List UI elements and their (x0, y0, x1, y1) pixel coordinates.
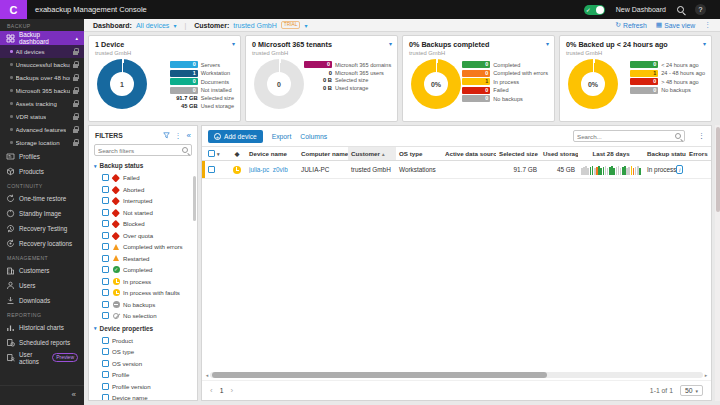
header-computer-name[interactable]: Computer name (298, 150, 348, 157)
sidebar-item-users[interactable]: Users (0, 278, 84, 293)
filter-item[interactable]: In process with faults (89, 287, 197, 299)
sidebar-subitem-backups-over-48-hours[interactable]: Backups over 48 hours (0, 71, 84, 84)
checkbox[interactable] (102, 255, 109, 262)
header-errors[interactable]: Errors (686, 150, 708, 157)
sidebar-item-products[interactable]: Products (0, 164, 84, 179)
device-name-link[interactable]: julia-pc_z0vib (246, 166, 298, 173)
filter-item[interactable]: OS type (89, 346, 197, 358)
filter-item[interactable]: Blocked (89, 218, 197, 230)
row-checkbox[interactable] (208, 166, 215, 173)
prev-page-icon[interactable]: ‹ (210, 386, 213, 395)
table-search[interactable] (573, 130, 685, 142)
filter-item[interactable]: In process (89, 276, 197, 288)
sidebar-subitem-storage-location[interactable]: Storage location (0, 136, 84, 149)
checkbox[interactable] (102, 232, 109, 239)
checkbox[interactable] (102, 243, 109, 250)
export-button[interactable]: Export (272, 133, 292, 140)
scroll-right-icon[interactable]: ▸ (703, 372, 709, 378)
sidebar-item-historical-charts[interactable]: Historical charts (0, 320, 84, 335)
filter-search-input[interactable] (98, 147, 182, 154)
sidebar-item-backup-dashboard[interactable]: Backup dashboard ▴ (0, 31, 84, 45)
header-last-28-days[interactable]: Last 28 days (578, 150, 644, 157)
checkbox[interactable] (102, 394, 109, 401)
checkbox[interactable] (102, 383, 109, 390)
filter-item[interactable]: OS version (89, 358, 197, 370)
kebab-menu-icon[interactable]: ⋮ (175, 132, 182, 140)
header-selected-size[interactable]: Selected size (496, 150, 540, 157)
customer-selector[interactable]: trusted GmbH (233, 22, 277, 29)
chevron-down-icon[interactable]: ▾ (304, 22, 307, 29)
checkbox[interactable] (102, 186, 109, 193)
chevron-down-icon[interactable]: ▾ (217, 151, 220, 157)
header-device-name[interactable]: Device name (246, 150, 298, 157)
filter-item[interactable]: No selection (89, 310, 197, 322)
filter-item[interactable]: Over quota (89, 230, 197, 242)
filter-item[interactable]: Product (89, 335, 197, 347)
table-row[interactable]: julia-pc_z0vib JULIA-PC trusted GmbH Wor… (202, 161, 711, 179)
filter-item[interactable]: Device name (89, 392, 197, 401)
checkbox[interactable] (102, 337, 109, 344)
filter-search[interactable] (94, 144, 192, 156)
checkbox[interactable] (102, 348, 109, 355)
sidebar-subitem-advanced-features[interactable]: Advanced features (0, 123, 84, 136)
checkbox[interactable] (102, 174, 109, 181)
scrollbar-thumb[interactable] (212, 372, 547, 378)
filters-scrollbar[interactable] (193, 176, 196, 221)
search-icon[interactable] (677, 6, 684, 13)
filter-item[interactable]: Interrupted (89, 195, 197, 207)
checkbox[interactable] (102, 289, 109, 296)
info-icon[interactable]: i (676, 165, 683, 174)
card-menu-icon[interactable]: ▾ (389, 40, 392, 47)
sidebar-item-profiles[interactable]: Profiles (0, 149, 84, 164)
card-menu-icon[interactable]: ▾ (546, 40, 549, 47)
sidebar-item-scheduled-reports[interactable]: Scheduled reports (0, 335, 84, 350)
kebab-menu-icon[interactable]: ⋮ (704, 21, 711, 29)
clear-filters-icon[interactable] (163, 132, 170, 139)
checkbox[interactable] (102, 266, 109, 273)
sidebar-subitem-unsuccessful-backups[interactable]: Unsuccessful backups (0, 58, 84, 71)
sidebar-collapse-button[interactable]: « (0, 385, 84, 405)
sidebar-item-standby-image[interactable]: Standby Image (0, 206, 84, 221)
header-customer[interactable]: Customer▴ (348, 147, 396, 160)
sidebar-subitem-assets-tracking[interactable]: Assets tracking (0, 97, 84, 110)
table-search-input[interactable] (577, 133, 675, 140)
header-active-data-sources[interactable]: Active data sources (442, 150, 496, 157)
save-view-button[interactable]: ▦ Save view (656, 21, 695, 29)
select-all-checkbox[interactable] (208, 150, 215, 157)
header-used-storage[interactable]: Used storage (540, 150, 578, 157)
app-logo[interactable]: C (0, 0, 27, 19)
checkbox[interactable] (102, 209, 109, 216)
kebab-menu-icon[interactable]: ⋮ (698, 132, 705, 140)
card-menu-icon[interactable]: ▾ (232, 40, 235, 47)
filter-group-device-properties[interactable]: ▾ Device properties (89, 322, 197, 335)
filter-item[interactable]: Aborted (89, 184, 197, 196)
sidebar-item-customers[interactable]: Customers (0, 263, 84, 278)
filter-group-backup-status[interactable]: ▾ Backup status (89, 159, 197, 172)
refresh-button[interactable]: ↻ Refresh (615, 21, 647, 29)
checkbox[interactable] (102, 301, 109, 308)
filter-item[interactable]: Not started (89, 207, 197, 219)
columns-button[interactable]: Columns (300, 133, 327, 140)
sidebar-item-user-actions[interactable]: User actions Preview (0, 350, 84, 365)
sidebar-item-one-time-restore[interactable]: One-time restore (0, 191, 84, 206)
chevron-down-icon[interactable]: ▾ (173, 22, 176, 29)
horizontal-scrollbar[interactable]: ◂ ▸ (204, 371, 709, 378)
chevron-up-icon[interactable]: ▴ (75, 35, 78, 41)
sidebar-subitem-all-devices[interactable]: All devices (0, 45, 84, 58)
filter-item[interactable]: Profile (89, 369, 197, 381)
page-size-select[interactable]: 50 ▾ (680, 385, 703, 396)
checkbox[interactable] (102, 220, 109, 227)
checkbox[interactable] (102, 360, 109, 367)
sidebar-item-recovery-testing[interactable]: Recovery Testing (0, 221, 84, 236)
filter-item[interactable]: No backups (89, 299, 197, 311)
add-device-button[interactable]: + Add device (208, 130, 263, 143)
collapse-filters-icon[interactable]: « (187, 131, 191, 140)
header-os-type[interactable]: OS type (396, 150, 442, 157)
new-dashboard-toggle[interactable] (584, 5, 605, 15)
filter-item[interactable]: Failed (89, 172, 197, 184)
status-column-icon[interactable]: ◆ (235, 150, 240, 157)
dashboard-selector[interactable]: All devices (136, 22, 169, 29)
scrollbar-thumb[interactable] (716, 127, 720, 212)
header-backup-status[interactable]: Backup status (644, 150, 686, 157)
card-menu-icon[interactable]: ▾ (703, 40, 706, 47)
